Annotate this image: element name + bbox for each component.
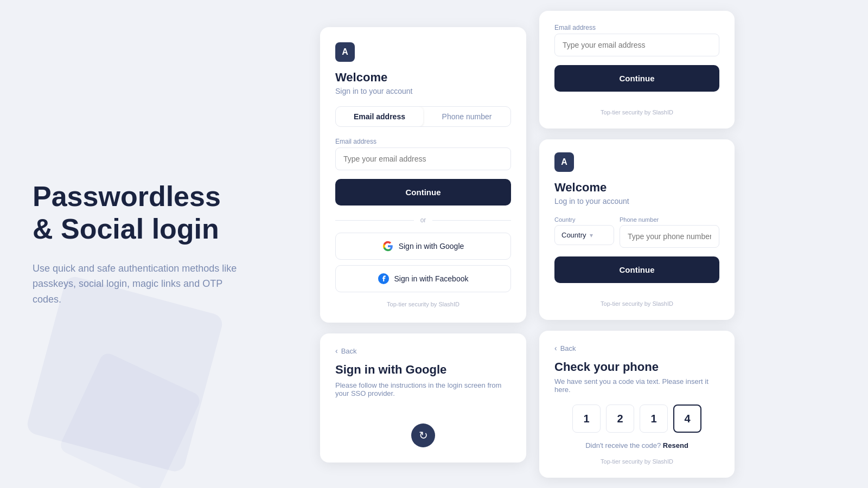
auth-tab-row: Email address Phone number — [335, 106, 511, 127]
otp-card-title: Check your phone — [554, 360, 719, 374]
divider-line-left — [335, 220, 414, 221]
loading-spinner: ↻ — [411, 423, 435, 447]
country-select[interactable]: Country ▾ — [554, 225, 614, 245]
country-select-wrap: Country Country ▾ — [554, 216, 614, 248]
back-button[interactable]: ‹ Back — [335, 346, 511, 355]
divider-text: or — [420, 216, 426, 224]
side-email-card-footer: Top-tier security by SlashID — [554, 109, 719, 115]
side-email-input-group: Email address — [554, 24, 719, 56]
back-label: Back — [341, 347, 357, 355]
loading-spinner-wrap: ↻ — [411, 423, 435, 447]
tab-email[interactable]: Email address — [336, 107, 423, 126]
google-sso-card: ‹ Back Sign in with Google Please follow… — [320, 333, 526, 463]
google-sso-title: Sign in with Google — [335, 363, 511, 377]
facebook-signin-button[interactable]: Sign in with Facebook — [335, 265, 511, 292]
google-icon — [382, 241, 393, 252]
otp-input-row: 1 2 1 4 — [554, 404, 719, 433]
otp-back-label: Back — [560, 344, 576, 352]
otp-digit-3[interactable]: 1 — [640, 404, 668, 433]
side-email-input[interactable] — [554, 34, 719, 56]
side-continue-button[interactable]: Continue — [554, 65, 719, 92]
side-app-icon: A — [554, 152, 574, 172]
otp-back-chevron-icon: ‹ — [554, 344, 557, 352]
side-phone-continue-button[interactable]: Continue — [554, 256, 719, 283]
side-phone-card-footer: Top-tier security by SlashID — [554, 300, 719, 307]
hero-title: Passwordless& Social login — [33, 181, 282, 246]
side-cards-column: Email address Continue Top-tier security… — [539, 11, 735, 478]
email-input[interactable] — [335, 147, 511, 170]
otp-card-subtitle: We have sent you a code via text. Please… — [554, 377, 719, 394]
divider-line-right — [432, 220, 511, 221]
main-cards-column: A Welcome Sign in to your account Email … — [320, 27, 526, 463]
main-card-subtitle: Sign in to your account — [335, 87, 511, 95]
side-email-card: Email address Continue Top-tier security… — [539, 11, 735, 129]
refresh-icon: ↻ — [419, 429, 428, 442]
hero-subtitle: Use quick and safe authentication method… — [33, 261, 250, 307]
right-area: A Welcome Sign in to your account Email … — [315, 0, 868, 488]
google-signin-label: Sign in with Google — [399, 242, 464, 251]
facebook-icon — [378, 273, 389, 284]
chevron-down-icon: ▾ — [590, 232, 593, 239]
country-label: Country — [554, 216, 614, 223]
facebook-signin-label: Sign in with Facebook — [394, 274, 469, 283]
email-label: Email address — [335, 138, 511, 145]
continue-button[interactable]: Continue — [335, 179, 511, 206]
resend-button[interactable]: Resend — [663, 441, 688, 450]
otp-back-button[interactable]: ‹ Back — [554, 344, 719, 352]
phone-number-input[interactable] — [620, 225, 719, 248]
back-chevron-icon: ‹ — [335, 346, 338, 355]
tab-phone[interactable]: Phone number — [423, 107, 510, 126]
google-signin-button[interactable]: Sign in with Google — [335, 233, 511, 260]
google-sso-subtitle: Please follow the instructions in the lo… — [335, 381, 511, 397]
hero-section: Passwordless& Social login Use quick and… — [0, 0, 315, 488]
side-email-label: Email address — [554, 24, 719, 31]
main-card-title: Welcome — [335, 70, 511, 85]
phone-number-label: Phone number — [620, 216, 719, 223]
divider: or — [335, 216, 511, 224]
otp-digit-4[interactable]: 4 — [673, 404, 701, 433]
phone-input-wrap: Phone number — [620, 216, 719, 248]
side-phone-card-subtitle: Log in to your account — [554, 197, 719, 206]
email-input-group: Email address — [335, 138, 511, 170]
resend-row: Didn't receive the code? Resend — [554, 441, 719, 450]
otp-digit-1[interactable]: 1 — [572, 404, 601, 433]
main-card-footer: Top-tier security by SlashID — [335, 301, 511, 307]
otp-card-footer: Top-tier security by SlashID — [554, 458, 719, 465]
app-icon: A — [335, 42, 355, 62]
resend-text: Didn't receive the code? — [585, 441, 661, 450]
country-select-text: Country — [561, 231, 586, 239]
otp-digit-2[interactable]: 2 — [606, 404, 634, 433]
side-otp-card: ‹ Back Check your phone We have sent you… — [539, 331, 735, 478]
main-signin-card: A Welcome Sign in to your account Email … — [320, 27, 526, 323]
side-phone-card-title: Welcome — [554, 181, 719, 195]
side-phone-card: A Welcome Log in to your account Country… — [539, 139, 735, 320]
phone-input-row: Country Country ▾ Phone number — [554, 216, 719, 248]
